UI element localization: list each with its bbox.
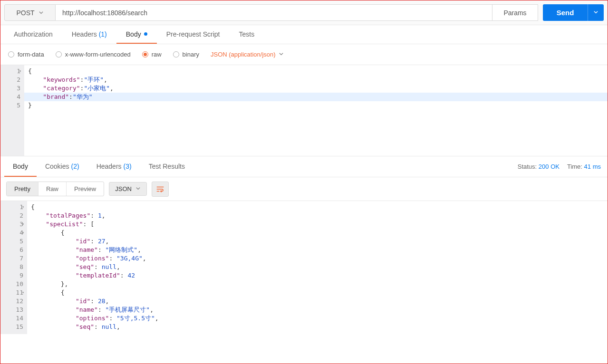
view-raw-button[interactable]: Raw <box>38 182 66 196</box>
request-tabs: Authorization Headers (1) Body Pre-reque… <box>0 25 608 44</box>
code-area: { "totalPages": 1, "specList": [ { "id":… <box>27 201 608 334</box>
radio-icon <box>173 51 179 57</box>
radio-raw[interactable]: raw <box>142 51 162 58</box>
send-dropdown[interactable] <box>588 4 604 21</box>
view-pretty-button[interactable]: Pretty <box>7 182 38 196</box>
radio-icon <box>142 51 148 57</box>
radio-label: binary <box>183 51 199 58</box>
time-value: 41 ms <box>584 163 601 170</box>
response-status: Status: 200 OK Time: 41 ms <box>518 156 601 177</box>
tab-response-cookies[interactable]: Cookies (2) <box>37 156 88 177</box>
tab-test-results[interactable]: Test Results <box>140 156 193 177</box>
http-method-dropdown[interactable]: POST <box>4 4 56 21</box>
tab-label: Test Results <box>149 163 185 170</box>
tab-label: Body <box>13 163 28 170</box>
code-area[interactable]: { "keywords":"手环", "category":"小家电", "br… <box>24 65 608 156</box>
tab-body[interactable]: Body <box>116 25 157 44</box>
content-type-label: JSON (application/json) <box>211 51 276 58</box>
radio-label: form-data <box>18 51 44 58</box>
chevron-down-icon <box>593 9 598 16</box>
time-label: Time: <box>567 163 582 170</box>
line-number-gutter: 12345 <box>0 65 24 156</box>
line-number-gutter: 123456789101112131415 <box>0 201 27 334</box>
format-dropdown[interactable]: JSON <box>109 182 147 196</box>
radio-icon <box>8 51 14 57</box>
tab-response-body[interactable]: Body <box>4 156 37 177</box>
response-toolbar: Pretty Raw Preview JSON <box>0 177 608 201</box>
request-bar: POST Params Send <box>0 0 608 25</box>
view-preview-button[interactable]: Preview <box>66 182 104 196</box>
request-body-editor[interactable]: 12345 { "keywords":"手环", "category":"小家电… <box>0 65 608 156</box>
tab-headers[interactable]: Headers (1) <box>62 25 116 44</box>
response-body-editor[interactable]: 123456789101112131415 { "totalPages": 1,… <box>0 201 608 334</box>
tab-label: Headers <box>72 30 97 38</box>
response-tabs: Body Cookies (2) Headers (3) Test Result… <box>0 156 608 177</box>
send-button[interactable]: Send <box>543 4 588 21</box>
radio-label: x-www-form-urlencoded <box>65 51 131 58</box>
tab-count: (3) <box>124 163 132 170</box>
tab-count: (2) <box>71 163 79 170</box>
radio-form-data[interactable]: form-data <box>8 51 44 58</box>
wrap-icon <box>156 185 164 193</box>
status-label: Status: <box>518 163 537 170</box>
radio-icon <box>56 51 62 57</box>
radio-x-www-form-urlencoded[interactable]: x-www-form-urlencoded <box>56 51 131 58</box>
modified-indicator-icon <box>144 32 147 36</box>
tab-label: Tests <box>239 30 255 38</box>
tab-count: (1) <box>99 30 107 38</box>
view-mode-segment: Pretty Raw Preview <box>6 182 104 196</box>
tab-authorization[interactable]: Authorization <box>4 25 62 44</box>
status-value: 200 OK <box>539 163 560 170</box>
tab-pre-request-script[interactable]: Pre-request Script <box>157 25 230 44</box>
tab-label: Cookies <box>45 163 69 170</box>
tab-label: Headers <box>97 163 122 170</box>
radio-label: raw <box>152 51 162 58</box>
tab-label: Pre-request Script <box>166 30 220 38</box>
chevron-down-icon <box>39 9 44 17</box>
params-button[interactable]: Params <box>492 4 538 21</box>
tab-label: Authorization <box>14 30 53 38</box>
http-method-value: POST <box>16 9 34 17</box>
chevron-down-icon <box>279 51 284 58</box>
body-type-row: form-data x-www-form-urlencoded raw bina… <box>0 44 608 65</box>
radio-binary[interactable]: binary <box>173 51 199 58</box>
wrap-lines-button[interactable] <box>152 182 169 197</box>
tab-label: Body <box>126 30 141 38</box>
tab-response-headers[interactable]: Headers (3) <box>88 156 140 177</box>
format-label: JSON <box>115 185 132 192</box>
tab-tests[interactable]: Tests <box>230 25 264 44</box>
chevron-down-icon <box>135 185 141 192</box>
url-input[interactable] <box>56 4 492 21</box>
content-type-dropdown[interactable]: JSON (application/json) <box>211 51 284 58</box>
